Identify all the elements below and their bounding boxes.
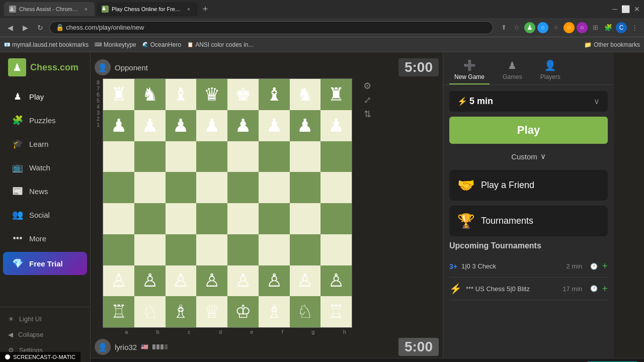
bookmark-3[interactable]: 🌊 OceanHero [142, 41, 181, 48]
bookmark-1[interactable]: 📧 mymail.lausd.net bookmarks [4, 41, 89, 48]
extension-icon-6[interactable]: 🧩 [603, 22, 614, 33]
extension-chess-icon[interactable]: ♟ [524, 22, 535, 33]
tab-2-close[interactable]: × [185, 6, 192, 13]
square-4-4[interactable] [227, 203, 259, 234]
fullscreen-button[interactable]: ⤢ [364, 95, 371, 106]
square-5-5[interactable] [259, 172, 290, 203]
flip-board-button[interactable]: ⇅ [364, 109, 371, 120]
square-4-3[interactable] [196, 203, 227, 234]
square-2-1[interactable]: ♙ [134, 265, 166, 297]
profile-icon[interactable]: C [616, 22, 627, 33]
square-8-2[interactable]: ♝ [166, 79, 197, 110]
square-3-2[interactable] [166, 234, 197, 265]
extension-icon-3[interactable]: ○ [564, 22, 575, 33]
sidebar-item-free-trial[interactable]: 💎 Free Trial [3, 252, 87, 275]
restore-icon[interactable]: ⬜ [621, 5, 630, 13]
settings-board-button[interactable]: ⚙ [363, 80, 371, 92]
square-4-6[interactable] [290, 203, 321, 234]
square-8-5[interactable]: ♝ [259, 79, 290, 110]
square-6-1[interactable] [134, 141, 166, 172]
square-1-1[interactable]: ♘ [134, 296, 166, 327]
square-3-0[interactable] [103, 234, 134, 265]
square-7-1[interactable]: ♟ [134, 110, 166, 141]
tournament-1-add-button[interactable]: + [602, 260, 608, 272]
square-2-3[interactable]: ♙ [196, 265, 227, 297]
sidebar-item-puzzles[interactable]: 🧩 Puzzles [3, 109, 87, 132]
minimize-icon[interactable]: ─ [612, 5, 617, 13]
square-3-1[interactable] [134, 234, 166, 265]
tab-games[interactable]: ♟ Games [498, 56, 527, 84]
tournament-row-2[interactable]: ⚡ *** US Chess 5|0 Blitz 17 min 🕐 + [449, 278, 608, 300]
play-button[interactable]: Play [449, 117, 608, 144]
square-2-0[interactable]: ♙ [103, 265, 134, 297]
square-1-0[interactable]: ♖ [103, 296, 134, 327]
time-selector[interactable]: ⚡ 5 min ∨ [449, 91, 608, 112]
tab-new-game[interactable]: ➕ New Game [449, 56, 490, 84]
square-1-6[interactable]: ♘ [290, 296, 321, 327]
bookmark-4[interactable]: 📋 ANSI color codes in... [187, 41, 253, 48]
square-7-7[interactable]: ♟ [320, 110, 352, 141]
tournaments-card[interactable]: 🏆 Tournaments [449, 206, 608, 236]
square-2-5[interactable]: ♙ [259, 265, 290, 297]
share-icon[interactable]: ⬆ [498, 22, 509, 33]
square-1-3[interactable]: ♕ [196, 296, 227, 327]
address-bar[interactable]: 🔒 chess.com/play/online/new [49, 21, 493, 34]
square-6-7[interactable] [320, 141, 352, 172]
square-5-2[interactable] [166, 172, 197, 203]
square-6-3[interactable] [196, 141, 227, 172]
square-3-6[interactable] [290, 234, 321, 265]
square-4-0[interactable] [103, 203, 134, 234]
custom-button[interactable]: Custom ∨ [449, 149, 608, 164]
square-5-0[interactable] [103, 172, 134, 203]
square-7-3[interactable]: ♟ [196, 110, 227, 141]
square-6-2[interactable] [166, 141, 197, 172]
square-8-1[interactable]: ♞ [134, 79, 166, 110]
square-2-2[interactable]: ♙ [166, 265, 197, 297]
sidebar-item-play[interactable]: ♟ Play [3, 85, 87, 108]
forward-button[interactable]: ▶ [19, 22, 31, 34]
tab-1-close[interactable]: × [83, 6, 90, 13]
square-7-5[interactable]: ♟ [259, 110, 290, 141]
extension-icon-5[interactable]: ⊞ [590, 22, 601, 33]
logo[interactable]: ♟ Chess.com [0, 52, 90, 82]
square-5-1[interactable] [134, 172, 166, 203]
square-7-0[interactable]: ♟ [103, 110, 134, 141]
extension-icon-4[interactable]: ○ [577, 22, 588, 33]
tab-1[interactable]: ♟ Chess Assist - Chrome Web Sto... × [4, 2, 95, 16]
back-button[interactable]: ◀ [4, 22, 16, 34]
tab-players[interactable]: 👤 Players [535, 56, 566, 84]
square-5-7[interactable] [320, 172, 352, 203]
square-6-6[interactable] [290, 141, 321, 172]
sidebar-item-news[interactable]: 📰 News [3, 179, 87, 203]
collapse-button[interactable]: ◀ Collapse [0, 327, 90, 342]
square-7-6[interactable]: ♟ [290, 110, 321, 141]
square-6-5[interactable] [259, 141, 290, 172]
square-5-6[interactable] [290, 172, 321, 203]
other-bookmarks[interactable]: 📁 Other bookmarks [584, 41, 640, 48]
square-8-0[interactable]: ♜ [103, 79, 134, 110]
sidebar-item-learn[interactable]: 🎓 Learn [3, 132, 87, 155]
tab-2[interactable]: ♟ Play Chess Online for Free with... × [97, 2, 197, 16]
bookmark-2[interactable]: ⌨ Monkeytype [95, 41, 136, 48]
sidebar-item-more[interactable]: ••• More [3, 227, 87, 250]
sidebar-item-social[interactable]: 👥 Social [3, 203, 87, 226]
square-8-7[interactable]: ♜ [320, 79, 352, 110]
square-5-4[interactable] [227, 172, 259, 203]
square-8-4[interactable]: ♚ [227, 79, 259, 110]
extension-icon-1[interactable]: ○ [537, 22, 548, 33]
square-4-5[interactable] [259, 203, 290, 234]
tournament-row-1[interactable]: 3+ 1|0 3 Check 2 min 🕐 + [449, 255, 608, 278]
square-3-7[interactable] [320, 234, 352, 265]
chess-board[interactable]: ♜♞♝♛♚♝♞♜♟♟♟♟♟♟♟♟♙♙♙♙♙♙♙♙♖♘♗♕♔♗♘♖ [103, 78, 352, 328]
square-3-5[interactable] [259, 234, 290, 265]
more-icon[interactable]: ⋮ [629, 22, 640, 33]
close-icon[interactable]: ✕ [634, 5, 640, 13]
light-ui-button[interactable]: ☀ Light UI [0, 311, 90, 327]
square-2-7[interactable]: ♙ [320, 265, 352, 297]
new-tab-button[interactable]: + [199, 3, 211, 15]
square-1-2[interactable]: ♗ [166, 296, 197, 327]
square-1-7[interactable]: ♖ [320, 296, 352, 327]
square-2-6[interactable]: ♙ [290, 265, 321, 297]
square-8-6[interactable]: ♞ [290, 79, 321, 110]
square-2-4[interactable]: ♙ [227, 265, 259, 297]
